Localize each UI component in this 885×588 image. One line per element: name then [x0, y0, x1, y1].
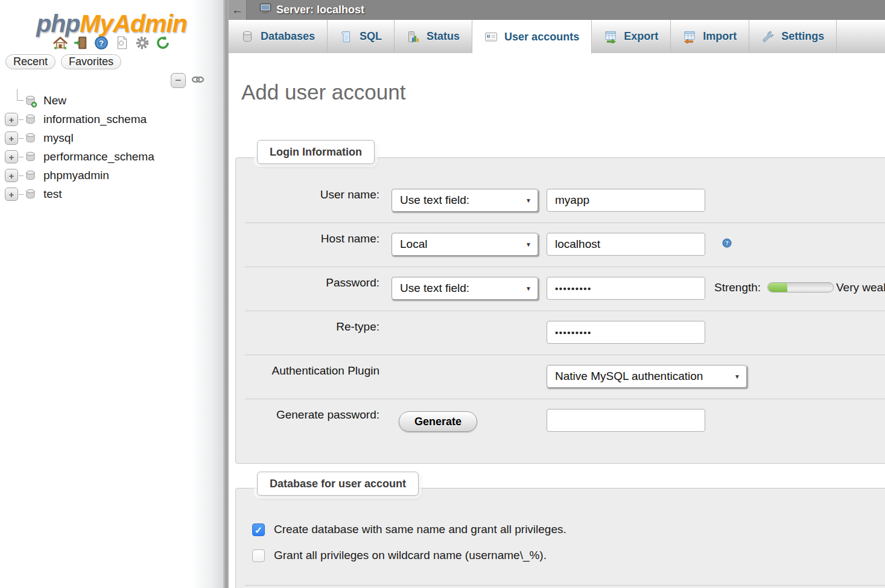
chevron-down-icon: [519, 285, 538, 292]
phpmyadmin-logo[interactable]: phpMyAdmin: [0, 10, 223, 38]
strength-meter-fill: [768, 283, 787, 292]
strength-text: Very weak: [836, 281, 885, 294]
status-icon: [407, 30, 420, 43]
sidebar-quick-filters: Recent Favorites: [5, 54, 121, 69]
expand-icon[interactable]: [5, 169, 18, 182]
tree-item-label: performance_schema: [43, 150, 154, 163]
database-tree: New information_schema mysql performance…: [0, 92, 223, 204]
password-label: Password:: [251, 276, 379, 289]
sidebar-toolbar: ?: [0, 34, 223, 51]
tree-item-database[interactable]: mysql: [0, 129, 223, 148]
refresh-icon[interactable]: [155, 34, 171, 51]
tab-status[interactable]: Status: [395, 20, 472, 53]
database-for-user-fieldset: Database for user account Create databas…: [235, 488, 885, 588]
hostname-help-icon[interactable]: ?: [722, 238, 732, 251]
password-type-select[interactable]: Use text field:: [392, 277, 538, 300]
import-icon: [683, 30, 696, 43]
retype-label: Re-type:: [251, 320, 379, 334]
tree-item-database[interactable]: information_schema: [0, 110, 223, 129]
tab-label: Databases: [261, 30, 315, 43]
username-input[interactable]: [547, 189, 705, 212]
generated-password-input[interactable]: [547, 409, 705, 432]
generate-password-row: Generate password: Generate: [245, 399, 885, 443]
topbar: ← Server: localhost: [229, 0, 885, 20]
tab-sql[interactable]: SQL: [328, 20, 395, 53]
database-icon: [241, 30, 254, 43]
hostname-type-select[interactable]: Local: [392, 233, 538, 256]
sidebar: phpMyAdmin ? Recent Favorites: [0, 0, 223, 588]
expand-icon[interactable]: [5, 113, 18, 126]
tab-label: Import: [703, 30, 737, 43]
expand-icon[interactable]: [5, 131, 18, 145]
database-icon: [24, 131, 37, 147]
tree-item-new[interactable]: New: [0, 92, 223, 110]
tree-item-label: New: [43, 94, 66, 107]
tab-export[interactable]: Export: [592, 20, 671, 53]
retype-row: Re-type:: [245, 311, 885, 355]
favorites-button[interactable]: Favorites: [61, 54, 121, 69]
grant-wildcard-checkbox[interactable]: [252, 549, 265, 562]
wrench-icon: [761, 30, 775, 43]
home-icon[interactable]: [52, 34, 69, 51]
database-for-user-legend: Database for user account: [257, 472, 419, 496]
collapse-all-button[interactable]: [171, 73, 186, 88]
create-db-option[interactable]: Create database with same name and grant…: [252, 523, 566, 536]
tree-item-label: test: [43, 188, 62, 201]
strength-meter: [767, 282, 834, 292]
tree-item-database[interactable]: test: [0, 185, 223, 204]
tab-databases[interactable]: Databases: [229, 20, 328, 53]
tab-label: User accounts: [504, 31, 579, 43]
back-button[interactable]: ←: [229, 0, 247, 20]
tab-settings[interactable]: Settings: [749, 20, 837, 53]
auth-plugin-select[interactable]: Native MySQL authentication: [547, 365, 747, 388]
username-label: User name:: [251, 188, 379, 201]
server-breadcrumb[interactable]: Server: localhost: [259, 3, 364, 17]
hostname-label: Host name:: [251, 232, 379, 245]
main-content: Add user account Login Information User …: [229, 54, 885, 588]
expand-icon[interactable]: [5, 188, 18, 201]
tree-item-database[interactable]: performance_schema: [0, 148, 223, 166]
create-db-label: Create database with same name and grant…: [274, 523, 566, 536]
tab-user-accounts[interactable]: User accounts: [472, 20, 592, 54]
retype-password-input[interactable]: [547, 321, 705, 344]
auth-plugin-label: Authentication Plugin: [251, 364, 379, 378]
tree-item-label: phpmyadmin: [43, 169, 109, 182]
logout-icon[interactable]: [73, 34, 89, 51]
chevron-down-icon: [728, 373, 746, 380]
sql-icon: [340, 30, 353, 43]
user-accounts-icon: [484, 30, 498, 43]
username-type-select[interactable]: Use text field:: [392, 189, 538, 212]
expand-icon[interactable]: [5, 150, 18, 163]
tab-label: Export: [624, 30, 658, 43]
grant-wildcard-option[interactable]: Grant all privileges on wildcard name (u…: [252, 549, 547, 562]
phpmyadmin-app: phpMyAdmin ? Recent Favorites: [0, 0, 885, 588]
docs-icon[interactable]: [114, 34, 130, 51]
tree-item-label: mysql: [43, 131, 74, 145]
help-icon[interactable]: ?: [94, 34, 110, 51]
main-tabs: Databases SQL Status User accounts Expor…: [229, 20, 885, 53]
server-icon: [259, 3, 272, 17]
password-input[interactable]: [547, 277, 705, 300]
gear-icon[interactable]: [135, 34, 151, 51]
generate-password-label: Generate password:: [251, 408, 379, 422]
recent-button[interactable]: Recent: [5, 54, 56, 69]
strength-label: Strength:: [714, 281, 761, 294]
password-row: Password: Use text field: Strength: Very…: [245, 267, 885, 311]
tree-controls: [171, 73, 205, 88]
create-db-checkbox[interactable]: [252, 523, 265, 536]
new-database-icon: [24, 94, 37, 110]
chevron-down-icon: [519, 241, 538, 248]
generate-button[interactable]: Generate: [399, 411, 477, 432]
page-title: Add user account: [241, 80, 885, 104]
svg-text:?: ?: [725, 240, 729, 246]
link-with-main-icon[interactable]: [191, 75, 205, 87]
tab-import[interactable]: Import: [671, 20, 749, 53]
row-divider: [245, 585, 885, 586]
login-information-fieldset: Login Information User name: Use text fi…: [235, 157, 885, 464]
tree-item-database[interactable]: phpmyadmin: [0, 166, 223, 185]
hostname-input[interactable]: [547, 233, 705, 256]
chevron-down-icon: [519, 197, 538, 204]
tab-label: Settings: [781, 30, 824, 43]
database-icon: [24, 169, 37, 184]
sidebar-resize-handle[interactable]: [223, 0, 229, 588]
